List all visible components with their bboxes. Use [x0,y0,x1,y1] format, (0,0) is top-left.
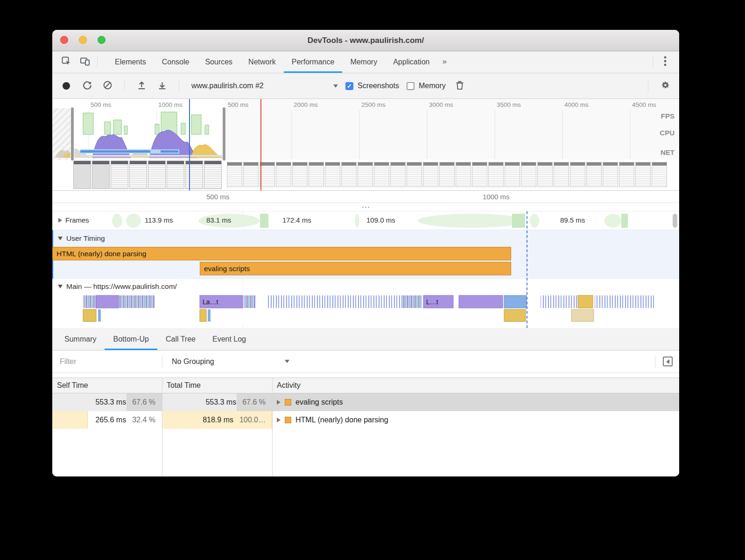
garbage-collect-button[interactable] [453,79,466,92]
memory-toggle[interactable]: Memory [407,82,446,90]
load-profile-button[interactable] [135,79,148,92]
heaviest-stack-button[interactable] [663,357,673,366]
expand-arrow-icon[interactable] [277,418,281,422]
user-timing-bar-html-parsing[interactable]: HTML (nearly) done parsing [52,247,511,260]
frame-bar [126,214,141,228]
clear-recording-button[interactable] [101,79,114,92]
filmstrip-thumb[interactable] [358,162,373,187]
user-timing-track-header[interactable]: User Timing [52,230,679,247]
percentage-bar [52,411,88,429]
tab-application[interactable]: Application [385,51,437,73]
filmstrip-thumb[interactable] [390,162,406,187]
frame-bar [260,214,268,228]
panel-splitter-handle[interactable]: ⋯ [52,203,679,211]
filmstrip-thumb[interactable] [652,162,667,187]
filmstrip-thumb[interactable] [603,162,618,187]
screenshots-checkbox[interactable]: ✓ [345,82,353,90]
reload-and-record-button[interactable] [80,79,93,92]
main-flamechart[interactable]: La…t L…t [52,294,679,325]
user-timing-bar-evaling-scripts[interactable]: evaling scripts [200,262,511,275]
filmstrip-thumb[interactable] [148,161,166,189]
filmstrip-thumb[interactable] [185,161,203,189]
table-row[interactable]: 265.6 ms 32.4 % 818.9 ms 100.0… HTML (ne… [52,411,679,429]
minimize-window-button[interactable] [79,36,87,44]
total-time-percent: 100.0… [239,416,266,424]
filmstrip-thumb[interactable] [537,162,553,187]
zoom-window-button[interactable] [98,36,105,44]
selection-right-handle[interactable] [223,107,225,161]
grouping-select[interactable]: No Grouping [172,357,289,366]
filmstrip-thumb[interactable] [341,162,357,187]
filmstrip-thumb[interactable] [570,162,585,187]
expand-arrow-icon[interactable] [277,400,281,405]
filmstrip-thumb[interactable] [521,162,536,187]
divider [648,80,648,92]
filmstrip-thumb[interactable] [260,162,275,187]
recording-session-select[interactable]: www.paulirish.com #2 [190,82,338,90]
filmstrip-thumb[interactable] [243,162,259,187]
more-tabs-button[interactable]: » [437,51,451,73]
frames-track-header[interactable]: Frames [55,215,92,225]
filmstrip-thumb[interactable] [276,162,291,187]
close-window-button[interactable] [60,36,68,44]
filmstrip-thumb[interactable] [586,162,602,187]
filmstrip-thumb[interactable] [619,162,634,187]
filmstrip-thumb[interactable] [167,161,184,189]
timeline-overview[interactable]: 500 ms 1000 ms 500 ms 2000 ms 2500 ms 30… [52,99,679,191]
screenshots-toggle[interactable]: ✓ Screenshots [345,82,399,90]
filter-input[interactable] [59,357,159,366]
filmstrip-thumb[interactable] [73,161,91,189]
reload-icon [82,80,92,92]
memory-checkbox[interactable] [407,82,415,90]
ruler-label-500: 500 ms [206,193,229,201]
filmstrip-thumb[interactable] [439,162,455,187]
column-header-self-time[interactable]: Self Time [52,378,162,393]
filmstrip-thumb[interactable] [111,161,128,189]
tab-summary[interactable]: Summary [56,328,105,350]
filmstrip-thumb[interactable] [292,162,308,187]
filmstrip-thumb[interactable] [472,162,487,187]
filmstrip-thumb[interactable] [374,162,389,187]
filmstrip-thumb[interactable] [505,162,520,187]
device-toolbar-button[interactable] [76,54,94,70]
overview-tick: 4500 ms [632,101,656,108]
tab-console[interactable]: Console [154,51,197,73]
capture-settings-button[interactable] [659,79,672,92]
filmstrip-thumb[interactable] [325,162,340,187]
filmstrip-thumb[interactable] [129,161,147,189]
vertical-scrollbar-thumb[interactable] [673,214,677,228]
column-header-total-time[interactable]: Total Time [162,378,272,393]
filmstrip-thumb[interactable] [635,162,651,187]
filmstrip-thumb[interactable] [204,161,222,189]
user-timing-track: User Timing HTML (nearly) done parsing e… [52,230,679,279]
tab-call-tree[interactable]: Call Tree [157,328,204,350]
record-button[interactable] [63,82,70,90]
inspect-element-button[interactable] [57,54,76,70]
tab-sources[interactable]: Sources [197,51,240,73]
save-profile-button[interactable] [155,79,169,92]
selection-left-handle[interactable] [71,107,74,161]
flame-event-layout[interactable]: La…t [203,298,240,306]
main-track-header[interactable]: Main — https://www.paulirish.com/ [52,279,679,294]
tab-event-log[interactable]: Event Log [204,328,254,350]
filmstrip-thumb[interactable] [92,161,110,189]
filmstrip-thumb[interactable] [423,162,438,187]
filmstrip-thumb[interactable] [554,162,569,187]
filmstrip-thumb[interactable] [488,162,504,187]
tab-network[interactable]: Network [240,51,284,73]
table-row[interactable]: 553.3 ms 67.6 % 553.3 ms 67.6 % evaling … [52,393,679,411]
filmstrip-thumb[interactable] [309,162,324,187]
flame-event-layout-2[interactable]: L…t [426,298,450,306]
tab-bottom-up[interactable]: Bottom-Up [105,328,157,350]
filmstrip-thumb[interactable] [227,162,242,187]
filmstrip-thumb[interactable] [456,162,471,187]
divider [124,80,125,92]
filmstrip-thumb[interactable] [407,162,422,187]
overview-tick: 3500 ms [497,101,521,108]
tab-performance[interactable]: Performance [284,51,343,73]
tab-elements[interactable]: Elements [107,51,154,73]
column-header-activity[interactable]: Activity [272,378,679,393]
tab-memory[interactable]: Memory [342,51,385,73]
devtools-menu-button[interactable] [656,54,675,70]
frames-track[interactable]: 113.9 ms 83.1 ms 172.4 ms 109.0 ms 89.5 … [52,211,679,230]
